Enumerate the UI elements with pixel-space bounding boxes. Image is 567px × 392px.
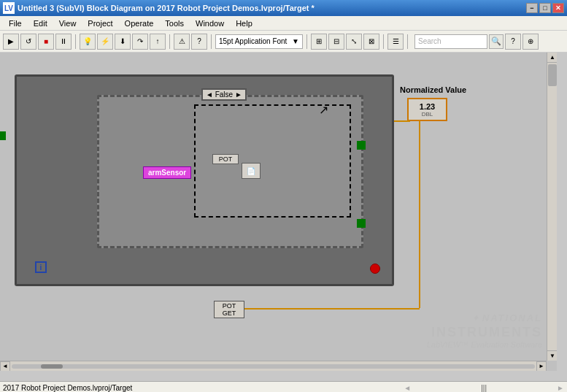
menu-project[interactable]: Project [82,18,118,29]
run-button[interactable]: ▶ [3,34,19,50]
wire-vertical-right [419,120,420,308]
highlight-button[interactable]: 💡 [80,34,96,50]
reorder-button[interactable]: ⊠ [363,34,379,50]
font-selector[interactable]: 15pt Application Font ▼ [215,34,303,49]
menu-operate[interactable]: Operate [119,18,160,29]
numeric-indicator: 1.23 DBL [407,98,447,121]
scroll-track-h[interactable] [12,364,535,369]
distribute-button[interactable]: ⊟ [328,34,344,50]
while-loop-frame: ◄ False ► armSensor POT 📄 [97,95,363,248]
retain-wire-button[interactable]: ⚡ [97,34,113,50]
scroll-left-arrow[interactable]: ◄ [0,361,10,372]
separator-5 [383,34,384,49]
scroll-right-arrow[interactable]: ► [536,361,547,372]
maximize-button[interactable]: □ [539,3,551,13]
context-help-button[interactable]: ? [191,34,207,50]
search-box[interactable]: Search [414,34,487,49]
step-over-button[interactable]: ↷ [132,34,148,50]
extra-button[interactable]: ⊕ [522,34,539,50]
close-button[interactable]: ✕ [552,3,564,13]
title-bar: LV Untitled 3 (SubVI) Block Diagram on 2… [0,0,567,16]
scroll-up-arrow[interactable]: ▲ [547,53,557,63]
step-out-button[interactable]: ↑ [150,34,166,50]
separator-4 [306,34,307,49]
init-terminal-right [0,131,6,140]
separator-2 [169,34,170,49]
horizontal-scrollbar[interactable]: ◄ ► [0,361,547,371]
selector-box[interactable]: ◄ False ► [201,88,247,101]
pause-button[interactable]: ⏸ [55,34,72,50]
window-title: Untitled 3 (SubVI) Block Diagram on 2017… [18,4,526,12]
scroll-down-arrow[interactable]: ▼ [547,350,557,361]
canvas[interactable]: > initialized > ◄ False ► armSensor POT [0,53,557,371]
svg-text:LV: LV [4,4,13,12]
menu-tools[interactable]: Tools [159,18,190,29]
arm-sensor-box: armSensor [143,166,191,179]
resize-button[interactable]: ⤡ [346,34,362,50]
step-into-button[interactable]: ⬇ [115,34,131,50]
separator-3 [211,34,212,49]
selection-box [194,104,351,218]
scroll-indicator: ||| [411,384,557,392]
menu-file[interactable]: File [3,18,28,29]
vertical-scrollbar[interactable]: ▲ ▼ [547,53,557,361]
outer-frame: > initialized > ◄ False ► armSensor POT [15,74,394,286]
cursor-indicator: ↗ [319,103,328,117]
menu-edit[interactable]: Edit [28,18,53,29]
minimize-button[interactable]: − [526,3,538,13]
terminal-right-top [357,141,366,150]
app-icon: LV [3,2,15,14]
abort-button[interactable]: ■ [38,34,54,50]
diagram-area: > initialized > ◄ False ► armSensor POT [0,53,567,381]
normalized-value-label: Normalized Value [400,85,466,94]
toolbar: ▶ ↺ ■ ⏸ 💡 ⚡ ⬇ ↷ ↑ ⚠ ? 15pt Application F… [0,31,567,53]
window-controls: − □ ✕ [526,3,564,13]
search-button[interactable]: 🔍 [489,34,504,49]
wire-horizontal-top [394,120,410,122]
cluster-button[interactable]: ☰ [387,34,404,50]
menu-bar: File Edit View Project Operate Tools Win… [0,16,567,31]
align-button[interactable]: ⊞ [311,34,327,50]
help-button[interactable]: ? [505,34,521,50]
separator-6 [407,34,408,49]
menu-window[interactable]: Window [190,18,230,29]
pot-get-box: POT GET [214,301,244,318]
info-button[interactable]: i [35,261,47,273]
menu-help[interactable]: Help [230,18,258,29]
run-continuously-button[interactable]: ↺ [20,34,36,50]
status-bar: 2017 Robot Project Demos.lvproj/Target ◄… [0,381,567,392]
scroll-thumb-h[interactable] [41,364,63,369]
scroll-thumb-v[interactable] [548,64,557,86]
separator-1 [75,34,76,49]
terminal-right-bottom [357,219,366,228]
warn-button[interactable]: ⚠ [174,34,190,50]
menu-view[interactable]: View [53,18,82,29]
project-path: 2017 Robot Project Demos.lvproj/Target [3,384,404,392]
stop-button[interactable] [370,264,380,274]
watermark: ✦ NATIONAL INSTRUMENTS LabVIEW™ Evaluati… [427,312,542,349]
wire-horizontal-bottom [244,308,420,310]
initialized-label: > initialized > [0,131,6,140]
